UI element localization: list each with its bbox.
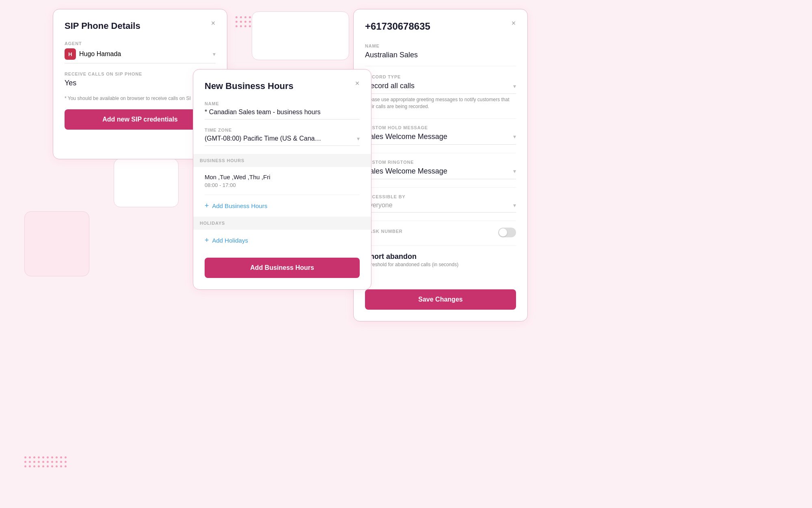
phone-record-type-value: Record all calls bbox=[365, 82, 415, 90]
sip-modal-title: SIP Phone Details bbox=[65, 21, 216, 31]
phone-name-label: NAME bbox=[365, 43, 516, 48]
phone-record-type-label: RECORD TYPE bbox=[365, 74, 516, 79]
save-changes-button[interactable]: Save Changes bbox=[365, 289, 516, 310]
phone-mask-number-group: MASK NUMBER bbox=[365, 228, 516, 237]
agent-name: Hugo Hamada bbox=[79, 50, 121, 58]
hold-message-arrow: ▾ bbox=[513, 133, 516, 140]
agent-dropdown-arrow: ▾ bbox=[213, 51, 216, 57]
sip-modal-close[interactable]: × bbox=[207, 17, 219, 29]
bh-name-group: NAME * Canadian Sales team - business ho… bbox=[205, 101, 360, 119]
phone-ringtone-dropdown[interactable]: Sales Welcome Message ▾ bbox=[365, 167, 516, 179]
biz-days: Mon ,Tue ,Wed ,Thu ,Fri bbox=[205, 174, 360, 180]
phone-hold-message-value: Sales Welcome Message bbox=[365, 132, 447, 141]
phone-ringtone-label: CUSTOM RINGTONE bbox=[365, 160, 516, 165]
business-hours-modal: New Business Hours × NAME * Canadian Sal… bbox=[193, 69, 371, 290]
bh-timezone-dropdown[interactable]: (GMT-08:00) Pacific Time (US & Cana… ▾ bbox=[205, 135, 360, 146]
sip-agent-label: AGENT bbox=[65, 41, 216, 46]
phone-modal-close[interactable]: × bbox=[508, 17, 519, 29]
bh-name-value: * Canadian Sales team - business hours bbox=[205, 109, 360, 116]
bh-timezone-value: (GMT-08:00) Pacific Time (US & Cana… bbox=[205, 135, 321, 142]
phone-ringtone-group: CUSTOM RINGTONE Sales Welcome Message ▾ bbox=[365, 160, 516, 179]
biz-time: 08:00 - 17:00 bbox=[205, 182, 360, 188]
phone-short-abandon-value: 5 bbox=[365, 271, 516, 281]
agent-avatar: H bbox=[65, 48, 76, 60]
sip-agent-dropdown[interactable]: H Hugo Hamada ▾ bbox=[65, 48, 216, 63]
bg-card-bottom-left bbox=[24, 211, 89, 276]
phone-accessible-group: ACCESSIBLE BY Everyone ▾ bbox=[365, 194, 516, 213]
phone-record-type-group: RECORD TYPE Record all calls ▾ Please us… bbox=[365, 74, 516, 110]
add-bh-label: Add Business Hours bbox=[212, 202, 268, 209]
phone-name-value: Australian Sales bbox=[365, 51, 516, 59]
bh-timezone-label: TIME ZONE bbox=[205, 128, 360, 132]
bg-card-top-center bbox=[252, 11, 349, 60]
phone-accessible-dropdown[interactable]: Everyone ▾ bbox=[365, 202, 516, 213]
phone-name-group: NAME Australian Sales bbox=[365, 43, 516, 66]
business-hours-modal-close[interactable]: × bbox=[352, 78, 363, 89]
accessible-arrow: ▾ bbox=[513, 202, 516, 208]
timezone-dropdown-arrow: ▾ bbox=[357, 135, 360, 142]
phone-short-abandon-desc: Threshold for abandoned calls (in second… bbox=[365, 262, 516, 267]
sip-agent-pill: H Hugo Hamada bbox=[65, 48, 121, 60]
add-holidays-plus-icon: + bbox=[205, 236, 209, 245]
phone-hold-message-group: CUSTOM HOLD MESSAGE Sales Welcome Messag… bbox=[365, 125, 516, 145]
add-business-hours-link[interactable]: + Add Business Hours bbox=[205, 195, 360, 217]
bh-section-header: BUSINESS HOURS bbox=[193, 154, 371, 167]
sip-agent-group: AGENT H Hugo Hamada ▾ bbox=[65, 41, 216, 63]
add-bh-plus-icon: + bbox=[205, 202, 209, 210]
bh-timezone-group: TIME ZONE (GMT-08:00) Pacific Time (US &… bbox=[205, 128, 360, 146]
mask-number-toggle[interactable] bbox=[498, 228, 516, 237]
phone-modal-title: +61730678635 bbox=[365, 21, 516, 32]
phone-ringtone-value: Sales Welcome Message bbox=[365, 167, 447, 176]
bh-name-label: NAME bbox=[205, 101, 360, 106]
record-type-arrow: ▾ bbox=[513, 83, 516, 89]
add-business-hours-button[interactable]: Add Business Hours bbox=[205, 258, 360, 278]
add-holidays-label: Add Holidays bbox=[212, 237, 248, 244]
phone-accessible-label: ACCESSIBLE BY bbox=[365, 194, 516, 199]
phone-record-type-dropdown[interactable]: Record all calls ▾ bbox=[365, 82, 516, 94]
bg-card-mid-right bbox=[114, 158, 179, 207]
holidays-section-header: HOLIDAYS bbox=[193, 217, 371, 230]
add-holidays-link[interactable]: + Add Holidays bbox=[205, 230, 360, 251]
phone-record-note: Please use appropriate greeting messages… bbox=[365, 96, 516, 110]
phone-short-abandon-label: Short abandon bbox=[365, 252, 516, 261]
biz-hours-entry: Mon ,Tue ,Wed ,Thu ,Fri 08:00 - 17:00 bbox=[205, 167, 360, 195]
phone-hold-message-dropdown[interactable]: Sales Welcome Message ▾ bbox=[365, 132, 516, 145]
dot-grid-bottom bbox=[24, 456, 67, 467]
ringtone-arrow: ▾ bbox=[513, 168, 516, 174]
business-hours-modal-title: New Business Hours bbox=[205, 81, 360, 91]
phone-short-abandon-group: Short abandon Threshold for abandoned ca… bbox=[365, 252, 516, 281]
phone-hold-message-label: CUSTOM HOLD MESSAGE bbox=[365, 125, 516, 130]
phone-modal: +61730678635 × NAME Australian Sales REC… bbox=[353, 9, 528, 321]
